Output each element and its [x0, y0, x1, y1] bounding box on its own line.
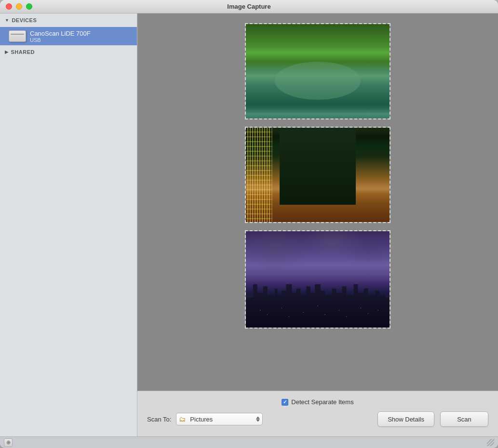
- scan-to-label: Scan To:: [147, 416, 171, 423]
- main-content: ▼ DEVICES CanoScan LiDE 700F USB ▶ SHARE…: [0, 13, 498, 436]
- buildings-center: [280, 128, 356, 205]
- scan-photo-3: [246, 231, 390, 328]
- photo-container-3: [245, 230, 390, 329]
- scan-photo-1: [246, 24, 390, 119]
- devices-section-label: DEVICES: [12, 17, 37, 23]
- bottom-panel: Detect Separate Items Scan To: 🗂 Picture…: [137, 391, 498, 436]
- photo-wrapper-1[interactable]: [245, 23, 390, 119]
- detect-checkbox-wrapper: Detect Separate Items: [282, 398, 353, 406]
- photo3-clouds: [246, 231, 390, 289]
- photo-wrapper-3[interactable]: [245, 230, 390, 329]
- device-connection: USB: [30, 37, 91, 43]
- detect-checkbox[interactable]: [282, 399, 288, 406]
- devices-triangle: ▼: [5, 18, 9, 23]
- titlebar: Image Capture: [0, 0, 498, 13]
- scan-button[interactable]: Scan: [440, 411, 488, 427]
- resize-grip[interactable]: [487, 439, 494, 446]
- sidebar-item-scanner[interactable]: CanoScan LiDE 700F USB: [0, 27, 137, 45]
- shared-section-label: SHARED: [11, 49, 35, 55]
- devices-section-header[interactable]: ▼ DEVICES: [0, 13, 137, 27]
- maximize-button[interactable]: [26, 3, 32, 10]
- photo-container-1: [245, 23, 390, 119]
- scan-to-select-wrapper: 🗂 Pictures Desktop Documents Downloads O…: [176, 413, 263, 425]
- scanner-shape: [9, 30, 26, 42]
- scan-area: Detect Separate Items Scan To: 🗂 Picture…: [137, 13, 498, 436]
- show-details-button[interactable]: Show Details: [377, 411, 434, 427]
- action-buttons: Show Details Scan: [377, 411, 488, 427]
- sidebar: ▼ DEVICES CanoScan LiDE 700F USB ▶ SHARE…: [0, 13, 137, 436]
- device-info: CanoScan LiDE 700F USB: [30, 30, 91, 43]
- minimize-button[interactable]: [16, 3, 22, 10]
- detect-label: Detect Separate Items: [291, 398, 353, 406]
- bottom-controls: Scan To: 🗂 Pictures Desktop Documents Do…: [147, 411, 488, 427]
- scanner-device-icon: [9, 29, 26, 43]
- photo-container-2: [245, 127, 390, 223]
- close-button[interactable]: [6, 3, 12, 10]
- detect-row: Detect Separate Items: [147, 398, 488, 406]
- scan-photo-2: [246, 128, 390, 222]
- shared-triangle: ▶: [5, 50, 9, 54]
- app-window: Image Capture ▼ DEVICES CanoScan LiDE 70…: [0, 0, 498, 448]
- photo-wrapper-2[interactable]: [245, 127, 390, 223]
- sidebar-action-button[interactable]: ⊕: [4, 438, 13, 447]
- window-title: Image Capture: [227, 3, 270, 10]
- device-name: CanoScan LiDE 700F: [30, 30, 91, 37]
- traffic-lights: [6, 3, 32, 10]
- buildings-right: [246, 128, 272, 222]
- scan-preview[interactable]: [137, 13, 498, 391]
- photo3-windows: [246, 284, 390, 328]
- shared-section-header[interactable]: ▶ SHARED: [0, 45, 137, 59]
- scan-to-row: Scan To: 🗂 Pictures Desktop Documents Do…: [147, 413, 263, 425]
- status-bar: ⊕: [0, 436, 498, 448]
- scan-to-select[interactable]: Pictures Desktop Documents Downloads Oth…: [176, 413, 263, 425]
